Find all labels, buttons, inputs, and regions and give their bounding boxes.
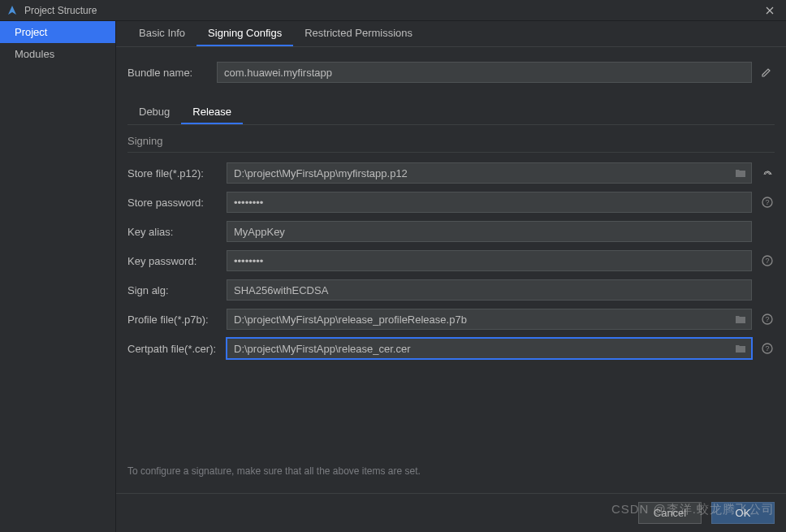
sidebar-item-project[interactable]: Project (0, 21, 115, 43)
folder-icon[interactable] (734, 167, 747, 179)
row-sign-alg: Sign alg: (127, 279, 775, 301)
svg-text:?: ? (765, 257, 769, 265)
button-bar: Cancel OK (116, 493, 786, 532)
row-store-password: Store password: ? (127, 192, 775, 213)
window-title: Project Structure (24, 5, 760, 16)
main-layout: Project Modules Basic Info Signing Confi… (0, 21, 786, 532)
tab-debug[interactable]: Debug (127, 101, 181, 124)
store-password-label: Store password: (127, 197, 227, 209)
svg-text:?: ? (765, 344, 769, 353)
help-icon[interactable]: ? (760, 195, 775, 210)
form-area: Bundle name: Debug Release Signing Store… (116, 47, 786, 493)
section-signing-title: Signing (127, 135, 775, 153)
app-icon (6, 5, 18, 16)
help-icon[interactable]: ? (760, 253, 775, 268)
bundle-name-input[interactable] (217, 62, 752, 83)
hint-text: To configure a signature, make sure that… (127, 465, 775, 493)
fingerprint-icon[interactable] (760, 166, 775, 180)
edit-icon[interactable] (758, 64, 775, 80)
bundle-name-label: Bundle name: (127, 67, 217, 79)
key-alias-label: Key alias: (127, 226, 227, 238)
profile-file-label: Profile file(*.p7b): (127, 314, 227, 326)
close-icon[interactable] (760, 2, 780, 19)
tab-basic-info[interactable]: Basic Info (127, 21, 196, 46)
help-icon[interactable]: ? (760, 341, 775, 356)
tab-signing-configs[interactable]: Signing Configs (196, 21, 293, 46)
top-tabs: Basic Info Signing Configs Restricted Pe… (116, 21, 786, 47)
key-password-input[interactable] (227, 250, 752, 271)
cancel-button[interactable]: Cancel (638, 502, 702, 524)
sidebar-item-modules[interactable]: Modules (0, 43, 115, 65)
bundle-row: Bundle name: (127, 62, 775, 83)
content: Basic Info Signing Configs Restricted Pe… (116, 21, 786, 532)
sidebar: Project Modules (0, 21, 116, 532)
folder-icon[interactable] (734, 313, 747, 326)
tab-restricted-permissions[interactable]: Restricted Permissions (293, 21, 424, 46)
svg-text:?: ? (765, 198, 769, 206)
store-file-input[interactable] (227, 162, 752, 184)
svg-text:?: ? (765, 315, 769, 323)
key-password-label: Key password: (127, 255, 227, 267)
store-password-input[interactable] (227, 192, 752, 213)
row-store-file: Store file(*.p12): (127, 162, 775, 184)
row-key-password: Key password: ? (127, 250, 775, 271)
ok-button[interactable]: OK (711, 502, 775, 524)
help-icon[interactable]: ? (760, 312, 775, 327)
row-key-alias: Key alias: (127, 221, 775, 242)
profile-file-input[interactable] (227, 309, 752, 330)
inner-tabs: Debug Release (127, 101, 775, 125)
row-profile-file: Profile file(*.p7b): ? (127, 309, 775, 330)
store-file-label: Store file(*.p12): (127, 167, 227, 179)
certpath-file-label: Certpath file(*.cer): (127, 343, 227, 355)
row-certpath-file: Certpath file(*.cer): ? (127, 338, 775, 359)
sign-alg-label: Sign alg: (127, 284, 227, 296)
tab-release[interactable]: Release (181, 101, 243, 124)
folder-icon[interactable] (734, 342, 747, 355)
sign-alg-input[interactable] (227, 279, 752, 301)
certpath-file-input[interactable] (227, 338, 752, 359)
titlebar: Project Structure (0, 0, 786, 21)
key-alias-input[interactable] (227, 221, 752, 242)
